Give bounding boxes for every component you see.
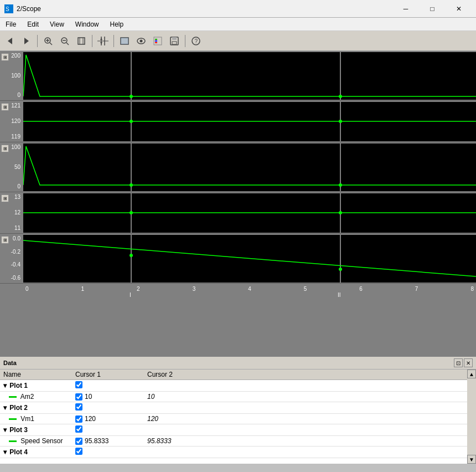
cursor2-xlabel: II: [338, 292, 341, 298]
data-panel-title: Data: [3, 360, 17, 366]
data-panel-expand-button[interactable]: ⊡: [454, 358, 463, 367]
toolbar-sep-2: [92, 35, 92, 47]
x-label-0: 0: [25, 286, 29, 292]
toolbar-sep-1: [37, 35, 38, 47]
vm1-checkbox[interactable]: [75, 415, 82, 423]
menu-window[interactable]: Window: [70, 18, 105, 30]
group-name-plot4: ▾ Plot 4: [0, 447, 72, 458]
data-panel-body: Name Cursor 1 Cursor 2 ▾ Plot 1: [0, 370, 476, 464]
plot2-checkbox[interactable]: [75, 403, 82, 411]
svg-text:S: S: [6, 6, 9, 12]
svg-point-50: [130, 254, 133, 257]
fit-button[interactable]: [74, 33, 89, 49]
speed-cursor1-cell: 95.8333: [72, 436, 144, 447]
plot3-checkbox[interactable]: [75, 425, 82, 433]
svg-text:?: ?: [195, 38, 198, 44]
cursor-icon-p4[interactable]: ⊞: [1, 194, 9, 202]
menu-edit[interactable]: Edit: [22, 18, 44, 30]
zoom-in-button[interactable]: [40, 33, 56, 49]
svg-point-34: [130, 95, 133, 98]
svg-marker-2: [8, 38, 12, 44]
scroll-up-button[interactable]: ▲: [467, 370, 476, 378]
cursor-button[interactable]: [95, 33, 111, 49]
table-row: Am2 10 10: [0, 392, 467, 402]
group-name-plot2: ▾ Plot 2: [0, 402, 72, 414]
group-cursor2-plot2: [144, 402, 216, 414]
data-panel-close-button[interactable]: ✕: [464, 358, 473, 367]
plot1-checkbox[interactable]: [75, 381, 82, 388]
plot-svg-2: [23, 102, 476, 141]
plot4-checkbox[interactable]: [75, 448, 82, 455]
svg-point-39: [339, 120, 342, 123]
menu-view[interactable]: View: [44, 18, 70, 30]
window-title: 2/Scope: [17, 5, 393, 13]
table-row: Vm1 120 120: [0, 414, 467, 424]
y-label-p1-bot: 0: [1, 93, 22, 98]
y-label-p5-3: -0.4: [1, 262, 22, 268]
group-collapse-icon-2[interactable]: ▾: [3, 404, 7, 412]
data-panel-controls: ⊡ ✕: [454, 358, 473, 367]
data-table-wrapper[interactable]: Name Cursor 1 Cursor 2 ▾ Plot 1: [0, 370, 467, 464]
zoom-out-button[interactable]: [57, 33, 73, 49]
legend-button[interactable]: [150, 33, 165, 49]
app-icon: S: [4, 4, 13, 13]
data-panel-header: Data ⊡ ✕: [0, 357, 476, 370]
svg-point-46: [130, 211, 133, 214]
image-button[interactable]: [117, 33, 132, 49]
group-name-plot3: ▾ Plot 3: [0, 424, 72, 436]
plot-svg-4: [23, 193, 476, 233]
maximize-button[interactable]: □: [420, 0, 445, 18]
svg-marker-18: [100, 42, 102, 44]
speed-checkbox[interactable]: [75, 438, 82, 445]
minimize-button[interactable]: ─: [393, 0, 418, 18]
x-label-6: 6: [359, 286, 363, 292]
close-button[interactable]: ✕: [446, 0, 472, 18]
plot-row-5: 0.0 -0.2 -0.4 -0.6 ⊞: [0, 234, 476, 284]
plot-row-4: 13 12 11 ⊞: [0, 192, 476, 234]
group-cursor2-plot3: [144, 424, 216, 436]
y-label-p2-mid: 120: [1, 119, 22, 124]
am2-cursor2-cell: 10: [144, 392, 216, 402]
window-controls: ─ □ ✕: [393, 0, 472, 18]
plot-svg-3: [23, 143, 476, 191]
x-label-5: 5: [304, 286, 307, 292]
group-collapse-icon-4[interactable]: ▾: [3, 448, 7, 456]
group-collapse-icon[interactable]: ▾: [3, 382, 7, 389]
scroll-down-button[interactable]: ▼: [467, 455, 476, 464]
forward-button[interactable]: [19, 33, 34, 49]
y-label-p5-bot: -0.6: [1, 275, 22, 281]
x-label-4: 4: [248, 286, 251, 292]
group-cursor1-plot2: [72, 402, 144, 414]
am2-checkbox[interactable]: [75, 393, 82, 401]
signal-name-vm1: Vm1: [0, 414, 72, 424]
toolbar: ?: [0, 31, 476, 51]
back-button[interactable]: [2, 33, 18, 49]
help-button[interactable]: ?: [188, 33, 204, 49]
y-label-p3-mid: 50: [1, 165, 22, 170]
group-collapse-icon-3[interactable]: ▾: [3, 426, 7, 434]
col-header-cursor1: Cursor 1: [72, 370, 144, 380]
signal-color-speed: [9, 440, 17, 442]
cursor-icon-p3[interactable]: ⊞: [1, 145, 9, 152]
table-row: ▾ Plot 1: [0, 380, 467, 392]
view-button[interactable]: [133, 33, 149, 49]
xaxis-row: 0 1 2 3 4 5 6 7 8 I II: [23, 284, 476, 299]
col-header-name: Name: [0, 370, 72, 380]
svg-marker-17: [100, 38, 102, 40]
menu-help[interactable]: Help: [105, 18, 130, 30]
y-label-p2-bot: 119: [1, 134, 22, 140]
cursor-icon-p1[interactable]: ⊞: [1, 53, 9, 61]
save-button[interactable]: [167, 33, 182, 49]
group-cursor1-plot4: [72, 447, 144, 458]
x-label-7: 7: [415, 286, 418, 292]
menu-file[interactable]: File: [0, 18, 22, 30]
vm1-cursor1-cell: 120: [72, 414, 144, 424]
cursor-icon-p2[interactable]: ⊞: [1, 103, 9, 111]
svg-rect-28: [172, 37, 177, 40]
table-row: ▾ Plot 3: [0, 424, 467, 436]
titlebar: S 2/Scope ─ □ ✕: [0, 0, 476, 18]
x-label-3: 3: [193, 286, 196, 292]
scope-container: 200 100 0 ⊞ 121 120 119: [0, 51, 476, 356]
cursor-icon-p5[interactable]: ⊞: [1, 236, 9, 244]
x-label-8: 8: [470, 286, 474, 292]
